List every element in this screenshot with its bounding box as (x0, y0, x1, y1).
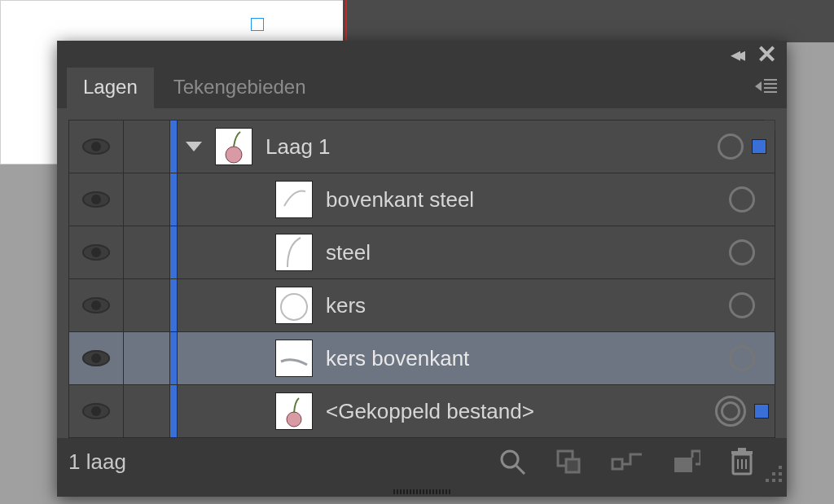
layer-thumbnail[interactable] (215, 128, 252, 165)
visibility-toggle[interactable] (69, 385, 124, 437)
target-icon[interactable] (729, 186, 755, 213)
drag-handle[interactable] (377, 485, 467, 497)
layer-thumbnail[interactable] (275, 234, 313, 271)
eye-icon (82, 350, 110, 366)
layer-row[interactable]: kers bovenkant (69, 332, 775, 385)
layer-color-strip (170, 385, 178, 437)
layer-color-strip (170, 332, 178, 384)
layers-panel: ◂◂ ✕ Lagen Tekengebieden (57, 41, 787, 497)
new-layer-icon[interactable] (673, 449, 700, 474)
panel-footer: 1 laag (57, 438, 787, 485)
lock-cell[interactable] (124, 121, 170, 173)
close-icon[interactable]: ✕ (757, 42, 777, 67)
panel-tabs: Lagen Tekengebieden (57, 68, 787, 108)
layer-row[interactable]: bovenkant steel (69, 173, 775, 226)
layer-name[interactable]: steel (326, 240, 371, 265)
layer-name[interactable]: kers (326, 293, 366, 318)
layer-row[interactable]: <Gekoppeld bestand> (69, 385, 775, 437)
target-icon[interactable] (718, 134, 744, 160)
panel-menu-icon[interactable] (755, 79, 777, 93)
layer-color-strip (170, 121, 178, 173)
layer-thumbnail[interactable] (275, 392, 313, 430)
search-icon[interactable] (498, 448, 526, 476)
layer-row-root[interactable]: Laag 1 (69, 121, 775, 173)
svg-rect-6 (566, 459, 579, 472)
layer-name[interactable]: kers bovenkant (326, 346, 469, 371)
make-clipping-mask-icon[interactable] (611, 449, 643, 474)
svg-rect-13 (731, 451, 753, 454)
layer-name[interactable]: <Gekoppeld bestand> (326, 399, 534, 424)
layer-count-label: 1 laag (68, 449, 126, 475)
visibility-toggle[interactable] (69, 226, 124, 278)
svg-rect-14 (738, 448, 746, 451)
layer-name[interactable]: bovenkant steel (326, 187, 474, 213)
visibility-toggle[interactable] (69, 279, 124, 331)
layer-thumbnail[interactable] (275, 340, 313, 377)
layer-row[interactable]: steel (69, 226, 775, 279)
lock-cell[interactable] (124, 332, 170, 384)
lock-cell[interactable] (124, 226, 170, 278)
eye-icon (82, 191, 110, 208)
eye-icon (82, 403, 110, 419)
eye-icon (82, 297, 110, 313)
svg-rect-8 (674, 458, 692, 472)
guide-line (345, 0, 347, 42)
target-icon[interactable] (729, 239, 755, 265)
eye-icon (82, 138, 110, 155)
svg-line-4 (516, 466, 525, 474)
layer-thumbnail[interactable] (275, 287, 313, 324)
svg-point-2 (287, 412, 301, 427)
svg-point-0 (226, 147, 242, 163)
layer-color-strip (170, 173, 178, 226)
visibility-toggle[interactable] (69, 332, 124, 384)
tab-lagen[interactable]: Lagen (67, 68, 154, 108)
visibility-toggle[interactable] (69, 121, 124, 173)
lock-cell[interactable] (124, 173, 170, 226)
layer-row[interactable]: kers (69, 279, 775, 332)
target-icon[interactable] (729, 345, 755, 371)
layer-thumbnail[interactable] (275, 181, 313, 218)
svg-point-3 (502, 451, 518, 467)
canvas-dark-area (343, 0, 834, 42)
layer-name[interactable]: Laag 1 (266, 134, 331, 160)
target-icon[interactable] (715, 396, 746, 427)
visibility-toggle[interactable] (69, 173, 124, 226)
selection-indicator[interactable] (754, 404, 769, 419)
tab-tekengebieden[interactable]: Tekengebieden (157, 68, 323, 108)
lock-cell[interactable] (124, 385, 170, 437)
layers-body: Laag 1 bovenkant steel (57, 108, 787, 438)
collapse-icon[interactable]: ◂◂ (731, 43, 740, 66)
locate-object-icon[interactable] (555, 449, 582, 475)
layer-color-strip (170, 226, 178, 278)
selection-indicator[interactable] (752, 139, 766, 154)
lock-cell[interactable] (124, 279, 170, 331)
disclosure-triangle-icon[interactable] (186, 142, 202, 151)
delete-icon[interactable] (730, 448, 754, 476)
svg-rect-7 (612, 459, 622, 469)
selection-handle[interactable] (251, 18, 264, 31)
svg-point-1 (281, 294, 307, 320)
layer-color-strip (170, 279, 178, 331)
resize-grip[interactable] (762, 462, 782, 482)
layers-list: Laag 1 bovenkant steel (68, 120, 775, 438)
eye-icon (82, 244, 110, 261)
target-icon[interactable] (729, 292, 755, 318)
panel-titlebar[interactable]: ◂◂ ✕ (57, 41, 787, 68)
